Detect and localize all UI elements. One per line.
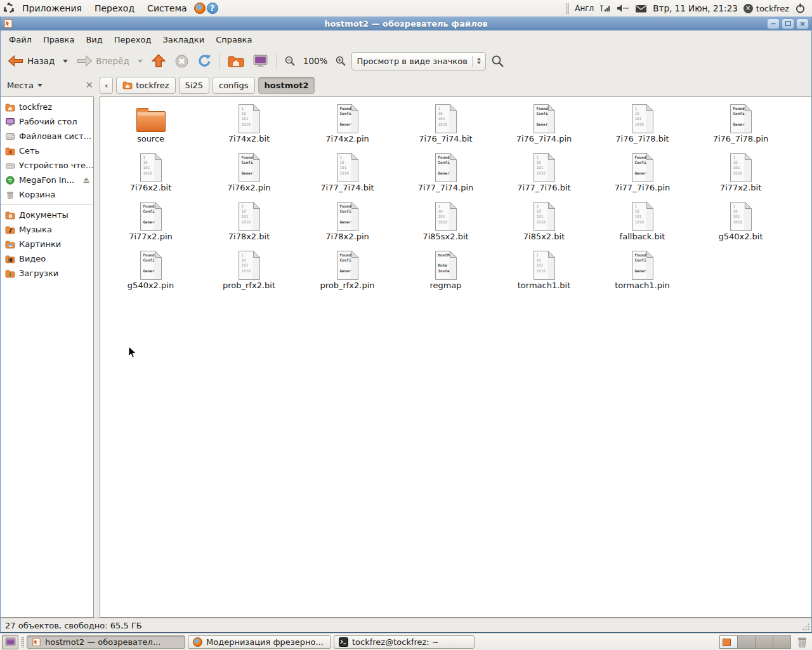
reload-button[interactable] bbox=[194, 52, 215, 70]
help-launcher-icon[interactable]: ? bbox=[207, 3, 218, 14]
file-item-7i76_7i74.bit[interactable]: 1 10 101 1010 7i76_7i74.bit bbox=[396, 100, 495, 149]
file-item-7i77_7i74.bit[interactable]: 1 10 101 1010 7i77_7i74.bit bbox=[298, 149, 396, 198]
maximize-button[interactable] bbox=[782, 18, 794, 29]
places-label[interactable]: Места bbox=[7, 81, 34, 90]
computer-button[interactable] bbox=[249, 53, 272, 70]
search-button[interactable] bbox=[488, 53, 508, 70]
file-item-prob_rfx2.bit[interactable]: 1 10 101 1010 prob_rfx2.bit bbox=[200, 247, 298, 296]
sidebar-item-downloads[interactable]: Загрузки bbox=[1, 266, 93, 281]
forward-button[interactable]: Вперёд bbox=[73, 52, 133, 70]
close-button[interactable]: × bbox=[796, 18, 809, 29]
workspace-3[interactable] bbox=[756, 636, 773, 648]
file-item-prob_rfx2.pin[interactable]: Found Confi Gener prob_rfx2.pin bbox=[298, 247, 396, 296]
menu-applications[interactable]: Приложения bbox=[16, 2, 88, 15]
back-history-dropdown[interactable] bbox=[60, 58, 71, 65]
firefox-launcher-icon[interactable] bbox=[194, 3, 206, 14]
show-desktop-button[interactable] bbox=[2, 635, 18, 649]
sidebar-item-videos[interactable]: Видео bbox=[1, 251, 93, 266]
menu-places[interactable]: Переход bbox=[89, 2, 140, 15]
file-item-regmap[interactable]: HostM Note inste regmap bbox=[396, 247, 495, 296]
file-item-g540x2.pin[interactable]: Found Confi Gener g540x2.pin bbox=[102, 247, 200, 296]
user-menu[interactable]: × tockfrez bbox=[743, 4, 789, 13]
zoom-in-button[interactable] bbox=[332, 53, 350, 69]
sidebar-item-optical-drive[interactable]: Устройство чте... bbox=[1, 158, 93, 173]
eject-button[interactable] bbox=[82, 176, 91, 185]
file-item-fallback.bit[interactable]: 1 10 101 1010 fallback.bit bbox=[593, 198, 691, 247]
titlebar[interactable]: hostmot2 — обозреватель файлов − × bbox=[1, 17, 811, 30]
breadcrumb-hostmot2[interactable]: hostmot2 bbox=[258, 77, 315, 94]
sidebar-item-music[interactable]: Музыка bbox=[1, 222, 93, 237]
file-item-g540x2.bit[interactable]: 1 10 101 1010 g540x2.bit bbox=[691, 198, 790, 247]
file-item-7i78x2.bit[interactable]: 1 10 101 1010 7i78x2.bit bbox=[200, 198, 298, 247]
file-item-7i76_7i78.bit[interactable]: 1 10 101 1010 7i76_7i78.bit bbox=[593, 100, 691, 149]
file-item-7i77_7i74.pin[interactable]: Found Confi Gener 7i77_7i74.pin bbox=[396, 149, 495, 198]
clock[interactable]: Втр, 11 Июн, 21:23 bbox=[653, 3, 738, 13]
file-item-7i74x2.bit[interactable]: 1 10 101 1010 7i74x2.bit bbox=[200, 100, 298, 149]
sidebar-item-network[interactable]: Сеть bbox=[1, 143, 93, 158]
file-item-7i77x2.pin[interactable]: Found Confi Gener 7i77x2.pin bbox=[102, 198, 200, 247]
file-item-7i77_7i76.pin[interactable]: Found Confi Gener 7i77_7i76.pin bbox=[593, 149, 691, 198]
file-item-7i76_7i78.pin[interactable]: Found Confi Gener 7i76_7i78.pin bbox=[691, 100, 790, 149]
menu-go[interactable]: Переход bbox=[108, 32, 157, 47]
forward-history-dropdown[interactable] bbox=[134, 58, 146, 65]
pane-splitter[interactable] bbox=[94, 96, 100, 618]
menu-file[interactable]: Файл bbox=[3, 32, 37, 47]
sidebar-item-trash[interactable]: Корзина bbox=[1, 187, 93, 202]
minimize-button[interactable]: − bbox=[767, 18, 780, 29]
file-item-7i85sx2.bit[interactable]: 1 10 101 1010 7i85sx2.bit bbox=[396, 198, 495, 247]
menu-edit[interactable]: Правка bbox=[37, 32, 80, 47]
menu-bookmarks[interactable]: Закладки bbox=[157, 32, 210, 47]
signal-strength-icon[interactable] bbox=[599, 3, 611, 13]
breadcrumb-tockfrez[interactable]: tockfrez bbox=[116, 77, 175, 94]
sidebar-item-megafon[interactable]: MegaFon In... bbox=[1, 173, 93, 187]
stop-button[interactable] bbox=[171, 52, 192, 70]
menu-help[interactable]: Справка bbox=[210, 32, 258, 47]
trash-applet[interactable] bbox=[795, 635, 809, 648]
sidebar-item-desktop[interactable]: Рабочий стол bbox=[1, 114, 93, 129]
file-item-7i76x2.bit[interactable]: 1 10 101 1010 7i76x2.bit bbox=[102, 149, 200, 198]
sidebar-item-filesystem[interactable]: Файловая сист... bbox=[1, 129, 93, 143]
file-item-7i78x2.pin[interactable]: Found Confi Gener 7i78x2.pin bbox=[298, 198, 396, 247]
workspace-4[interactable] bbox=[773, 636, 790, 648]
sidebar-item-pictures[interactable]: Картинки bbox=[1, 237, 93, 251]
tasklist-drag-handle[interactable] bbox=[21, 637, 24, 647]
volume-muted-icon[interactable] bbox=[617, 4, 629, 13]
breadcrumb-5i25[interactable]: 5i25 bbox=[179, 77, 209, 94]
view-mode-selector[interactable]: Просмотр в виде значков bbox=[351, 52, 485, 70]
file-pane[interactable]: source 1 10 101 1010 7i74x2.bit Found Co… bbox=[100, 96, 811, 618]
breadcrumb-scroll-left[interactable]: ‹ bbox=[100, 77, 113, 94]
file-item-7i77_7i76.bit[interactable]: 1 10 101 1010 7i77_7i76.bit bbox=[495, 149, 593, 198]
back-button[interactable]: Назад bbox=[4, 52, 58, 70]
menu-system[interactable]: Система bbox=[141, 2, 192, 15]
mail-icon[interactable] bbox=[635, 4, 647, 13]
file-item-tormach1.bit[interactable]: 1 10 101 1010 tormach1.bit bbox=[495, 247, 593, 296]
power-icon[interactable] bbox=[795, 3, 806, 14]
menu-view[interactable]: Вид bbox=[80, 32, 108, 47]
places-dropdown-icon[interactable] bbox=[37, 84, 43, 87]
file-item-7i76x2.pin[interactable]: Found Confi Gener 7i76x2.pin bbox=[200, 149, 298, 198]
task-file-manager[interactable]: hostmot2 — обозревател... bbox=[27, 635, 185, 649]
file-item-source[interactable]: source bbox=[102, 100, 200, 149]
ubuntu-menu-icon[interactable] bbox=[3, 2, 15, 15]
zoom-out-button[interactable] bbox=[281, 53, 299, 69]
file-item-7i85x2.bit[interactable]: 1 10 101 1010 7i85x2.bit bbox=[495, 198, 593, 247]
sidebar-item-tockfrez[interactable]: tockfrez bbox=[1, 100, 93, 114]
file-preview-text: 1 10 101 1010 bbox=[340, 155, 349, 176]
applet-drag-handle[interactable] bbox=[566, 3, 569, 14]
file-item-7i77x2.bit[interactable]: 1 10 101 1010 7i77x2.bit bbox=[691, 149, 790, 198]
task-firefox[interactable]: Модернизация фрезерно... bbox=[188, 635, 331, 649]
up-button[interactable] bbox=[148, 51, 169, 70]
task-terminal[interactable]: tockfrez@tockfrez: ~ bbox=[334, 635, 475, 649]
file-item-tormach1.pin[interactable]: Found Confi Gener tormach1.pin bbox=[593, 247, 691, 296]
keyboard-layout-indicator[interactable]: Англ bbox=[575, 4, 594, 13]
workspace-1[interactable] bbox=[720, 636, 738, 648]
breadcrumb-configs[interactable]: configs bbox=[213, 77, 255, 94]
file-item-7i74x2.pin[interactable]: Found Confi Gener 7i74x2.pin bbox=[298, 100, 396, 149]
home-button[interactable] bbox=[225, 53, 247, 70]
sidebar-item-documents[interactable]: Документы bbox=[1, 208, 93, 222]
workspace-2[interactable] bbox=[738, 636, 756, 648]
file-icon-area: Found Confi Gener bbox=[337, 247, 358, 280]
sidebar-close-icon[interactable]: ✕ bbox=[85, 79, 93, 91]
file-item-7i76_7i74.pin[interactable]: Found Confi Gener 7i76_7i74.pin bbox=[495, 100, 593, 149]
resize-grip[interactable] bbox=[802, 623, 810, 631]
